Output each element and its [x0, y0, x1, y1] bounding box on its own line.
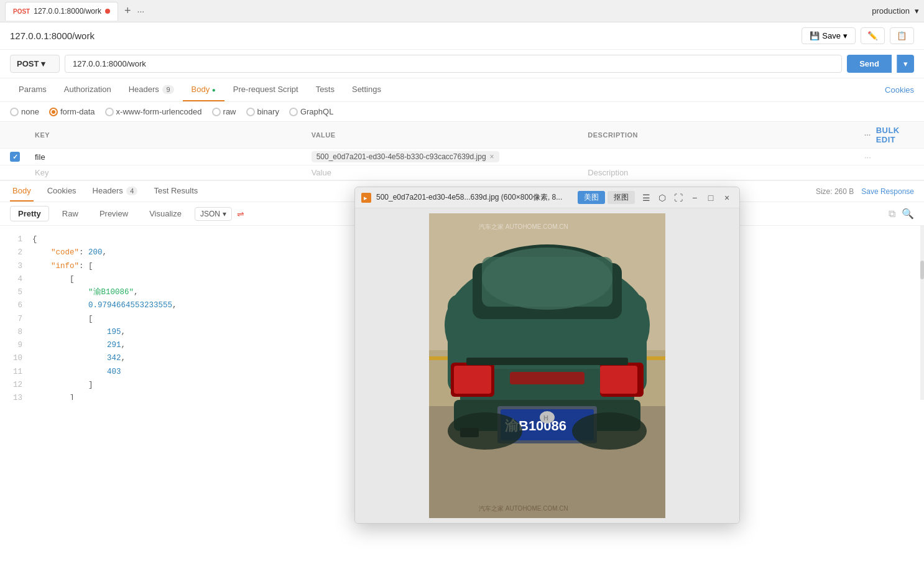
radio-none-dot: [10, 108, 19, 116]
tab-body[interactable]: Body ●: [183, 78, 224, 101]
fmt-pretty-button[interactable]: Pretty: [10, 206, 49, 221]
svg-rect-19: [510, 372, 584, 384]
request-title: 127.0.0.1:8000/work: [10, 30, 95, 41]
popup-title: 500_e0d7a201-ed30-4e58...639d.jpg (600×8…: [376, 192, 573, 203]
body-type-bar: none form-data x-www-form-urlencoded raw…: [0, 102, 924, 122]
popup-file-icon: ▶: [361, 193, 371, 203]
row-checkbox[interactable]: [10, 152, 20, 162]
body-type-form-data[interactable]: form-data: [49, 107, 95, 116]
svg-rect-12: [482, 257, 612, 307]
key-cell[interactable]: file: [35, 152, 312, 162]
search-response-icon[interactable]: 🔍: [902, 208, 914, 220]
table-row: file 500_e0d7a201-ed30-4e58-b330-c93cacc…: [0, 149, 924, 165]
popup-restore-icon[interactable]: □: [705, 192, 717, 204]
popup-minimize-icon[interactable]: −: [688, 192, 701, 204]
svg-rect-16: [454, 366, 491, 394]
body-type-graphql[interactable]: GraphQL: [289, 107, 333, 116]
resp-tab-test-results[interactable]: Test Results: [151, 181, 200, 202]
body-type-binary[interactable]: binary: [246, 107, 279, 116]
environment-selector[interactable]: production ▾: [872, 6, 919, 16]
url-bar: 127.0.0.1:8000/work 💾 Save ▾ ✏️ 📋: [0, 22, 924, 50]
cookies-link[interactable]: Cookies: [885, 85, 914, 95]
add-tab-button[interactable]: +: [121, 4, 135, 17]
popup-content: 渝B10086 H 汽车之家 AUTOHOME.COM.CN 汽车之家 AUTO…: [355, 208, 739, 400]
url-input[interactable]: [65, 55, 842, 73]
save-button[interactable]: 💾 Save ▾: [802, 27, 856, 44]
resp-tab-cookies[interactable]: Cookies: [45, 181, 79, 202]
tab-headers[interactable]: Headers 9: [120, 78, 183, 101]
fmt-raw-button[interactable]: Raw: [54, 206, 86, 221]
params-table-header: KEY VALUE DESCRIPTION ··· Bulk Edit: [0, 122, 924, 149]
format-chevron-icon: ▾: [223, 210, 226, 218]
format-type-select[interactable]: JSON ▾: [195, 207, 232, 221]
browser-tab-bar: POST 127.0.0.1:8000/work + ··· productio…: [0, 0, 924, 22]
send-button[interactable]: Send: [847, 55, 892, 73]
copy-button[interactable]: 📋: [890, 27, 914, 44]
resp-tab-right: Size: 260 B Save Response: [816, 187, 914, 196]
image-popup: ▶ 500_e0d7a201-ed30-4e58...639d.jpg (600…: [354, 187, 740, 400]
body-type-raw[interactable]: raw: [212, 107, 236, 116]
description-placeholder[interactable]: Description: [588, 168, 864, 177]
remove-value-icon[interactable]: ×: [490, 152, 494, 161]
body-type-raw-label: raw: [223, 107, 236, 116]
request-bar: POST ▾ Send ▾: [0, 50, 924, 78]
popup-crop-icon[interactable]: ⬡: [656, 192, 668, 204]
tab-pre-request-script[interactable]: Pre-request Script: [224, 78, 307, 101]
popup-close-icon[interactable]: ×: [721, 192, 733, 204]
tab-authorization[interactable]: Authorization: [55, 78, 120, 101]
popup-actions: ☰ ⬡ ⛶ − □ ×: [640, 192, 733, 204]
save-response-button[interactable]: Save Response: [861, 187, 914, 196]
resp-tab-body[interactable]: Body: [10, 181, 34, 202]
wrap-icon[interactable]: ⇌: [237, 209, 244, 219]
value-text: 500_e0d7a201-ed30-4e58-b330-c93cacc7639d…: [316, 152, 486, 161]
active-tab[interactable]: POST 127.0.0.1:8000/work: [5, 2, 118, 21]
popup-menu-icon[interactable]: ☰: [640, 192, 652, 204]
tab-tests[interactable]: Tests: [307, 78, 343, 101]
tab-unsaved-dot: [105, 9, 110, 14]
request-nav-tabs: Params Authorization Headers 9 Body ● Pr…: [0, 78, 924, 102]
fmt-preview-button[interactable]: Preview: [91, 206, 136, 221]
radio-graphql-dot: [289, 108, 298, 116]
value-cell: 500_e0d7a201-ed30-4e58-b330-c93cacc7639d…: [312, 151, 588, 162]
col-actions: ··· Bulk Edit: [864, 126, 914, 144]
svg-rect-24: [466, 358, 628, 365]
copy-response-icon[interactable]: ⧉: [889, 208, 895, 220]
more-tabs-button[interactable]: ···: [137, 6, 145, 16]
radio-binary-dot: [246, 108, 255, 116]
tab-url: 127.0.0.1:8000/work: [34, 7, 101, 16]
tab-settings[interactable]: Settings: [343, 78, 390, 101]
fmt-visualize-button[interactable]: Visualize: [141, 206, 190, 221]
save-icon: 💾: [810, 31, 820, 40]
resp-tab-headers[interactable]: Headers 4: [90, 181, 141, 202]
format-type-label: JSON: [200, 210, 220, 218]
tab-method: POST: [13, 8, 30, 15]
method-label: POST: [17, 59, 39, 68]
radio-urlencoded-dot: [105, 108, 114, 116]
body-type-urlencoded[interactable]: x-www-form-urlencoded: [105, 107, 202, 116]
bulk-edit-button[interactable]: Bulk Edit: [876, 126, 914, 144]
empty-table-row: Key Value Description: [0, 165, 924, 180]
tab-params[interactable]: Params: [10, 78, 55, 101]
popup-tab-biantu[interactable]: 抠图: [608, 191, 635, 204]
popup-fullscreen-icon[interactable]: ⛶: [672, 192, 685, 204]
popup-tab-meitu[interactable]: 美图: [578, 191, 605, 204]
col-description: DESCRIPTION: [588, 131, 864, 139]
body-type-urlencoded-label: x-www-form-urlencoded: [116, 107, 202, 116]
env-label: production: [872, 6, 910, 16]
send-dropdown-button[interactable]: ▾: [897, 55, 914, 73]
env-chevron-icon: ▾: [915, 6, 919, 16]
resp-size-label: Size: 260 B: [816, 187, 854, 196]
url-bar-actions: 💾 Save ▾ ✏️ 📋: [802, 27, 914, 44]
radio-form-data-dot: [49, 108, 58, 116]
radio-raw-dot: [212, 108, 221, 116]
value-chip: 500_e0d7a201-ed30-4e58-b330-c93cacc7639d…: [312, 151, 499, 162]
more-options-icon[interactable]: ···: [864, 131, 871, 139]
body-type-none[interactable]: none: [10, 107, 39, 116]
key-placeholder[interactable]: Key: [35, 168, 312, 177]
value-placeholder[interactable]: Value: [312, 168, 588, 177]
edit-button[interactable]: ✏️: [861, 27, 885, 44]
row-more-icon[interactable]: ···: [864, 152, 914, 162]
col-key: KEY: [35, 131, 312, 139]
col-value: VALUE: [312, 131, 588, 139]
method-selector[interactable]: POST ▾: [10, 55, 60, 73]
